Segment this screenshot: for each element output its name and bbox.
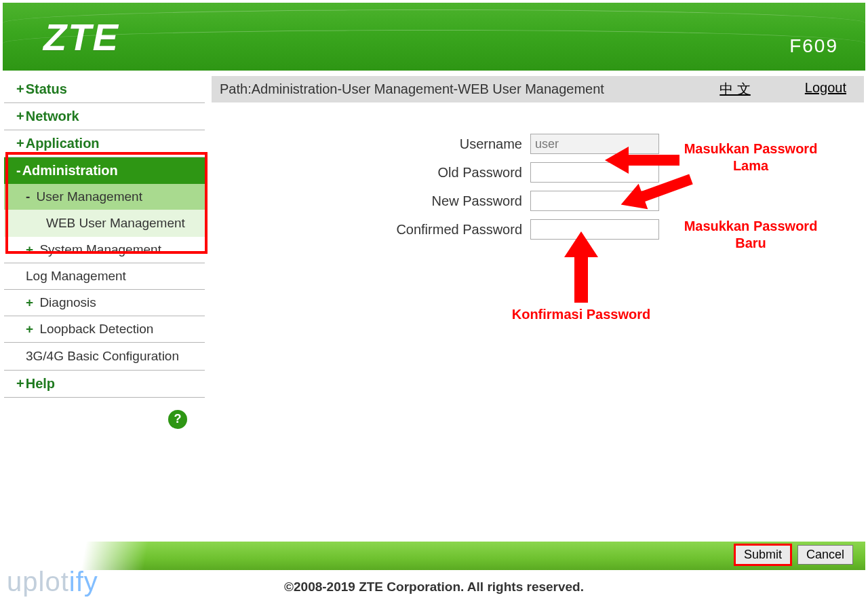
expand-icon: + bbox=[16, 81, 24, 96]
sidebar-item-user-management[interactable]: User Management bbox=[4, 184, 205, 210]
confirmed-password-label: Confirmed Password bbox=[212, 222, 530, 238]
sidebar-item-label: 3G/4G Basic Configuration bbox=[26, 349, 179, 363]
expand-icon: + bbox=[16, 376, 24, 391]
model-label: F609 bbox=[789, 35, 838, 57]
confirmed-password-input[interactable] bbox=[530, 219, 659, 240]
sidebar-item-label: Status bbox=[26, 81, 67, 96]
sidebar-item-label: Application bbox=[26, 136, 100, 151]
sidebar-item-label: Loopback Detection bbox=[39, 322, 153, 336]
sidebar-item-system-management[interactable]: System Management bbox=[4, 237, 205, 263]
sidebar-item-label: Log Management bbox=[26, 269, 126, 283]
sidebar-item-diagnosis[interactable]: Diagnosis bbox=[4, 290, 205, 316]
sidebar-item-label: System Management bbox=[39, 242, 161, 257]
app-header: ZTE F609 bbox=[3, 3, 865, 71]
expand-icon: + bbox=[16, 136, 24, 151]
expand-icon: + bbox=[16, 109, 24, 124]
collapse-icon: - bbox=[16, 163, 21, 178]
sidebar-item-label: Diagnosis bbox=[39, 295, 96, 309]
brand-logo: ZTE bbox=[43, 15, 119, 59]
new-password-input[interactable] bbox=[530, 191, 659, 211]
sidebar-item-label: Help bbox=[26, 376, 55, 391]
sidebar-item-application[interactable]: +Application bbox=[4, 130, 205, 157]
copyright-text: ©2008-2019 ZTE Corporation. All rights r… bbox=[0, 580, 868, 594]
annotation-confirm-password: Konfirmasi Password bbox=[496, 306, 666, 323]
sidebar-item-help[interactable]: +Help bbox=[4, 371, 205, 398]
sidebar-item-label: Administration bbox=[22, 163, 118, 178]
sidebar-item-status[interactable]: +Status bbox=[4, 76, 205, 103]
sidebar-item-label: WEB User Management bbox=[46, 216, 185, 230]
old-password-input[interactable] bbox=[530, 162, 659, 183]
sidebar-item-loopback-detection[interactable]: Loopback Detection bbox=[4, 316, 205, 343]
sidebar-item-label: Network bbox=[26, 109, 79, 124]
breadcrumb: Path:Administration-User Management-WEB … bbox=[220, 80, 654, 98]
password-form: Username Old Password New Password Confi… bbox=[212, 102, 864, 244]
sidebar-item-network[interactable]: +Network bbox=[4, 103, 205, 130]
footer-bar: Submit Cancel bbox=[3, 542, 865, 570]
username-input[interactable] bbox=[530, 134, 659, 154]
username-label: Username bbox=[212, 136, 530, 152]
help-icon[interactable]: ? bbox=[168, 410, 187, 429]
sidebar-item-administration[interactable]: -Administration bbox=[4, 157, 205, 184]
sidebar-item-log-management[interactable]: Log Management bbox=[4, 263, 205, 290]
sidebar-item-label: User Management bbox=[37, 189, 142, 204]
old-password-label: Old Password bbox=[212, 165, 530, 181]
sidebar-item-3g4g-basic-config[interactable]: 3G/4G Basic Configuration bbox=[4, 343, 205, 371]
main-panel: Path:Administration-User Management-WEB … bbox=[212, 76, 864, 434]
submit-button[interactable]: Submit bbox=[735, 545, 791, 565]
sidebar: +Status +Network +Application -Administr… bbox=[4, 76, 205, 434]
sidebar-item-web-user-management[interactable]: WEB User Management bbox=[4, 210, 205, 237]
path-bar: Path:Administration-User Management-WEB … bbox=[212, 76, 864, 102]
language-link[interactable]: 中 文 bbox=[719, 80, 751, 98]
cancel-button[interactable]: Cancel bbox=[797, 545, 853, 565]
logout-link[interactable]: Logout bbox=[805, 80, 846, 98]
new-password-label: New Password bbox=[212, 193, 530, 209]
